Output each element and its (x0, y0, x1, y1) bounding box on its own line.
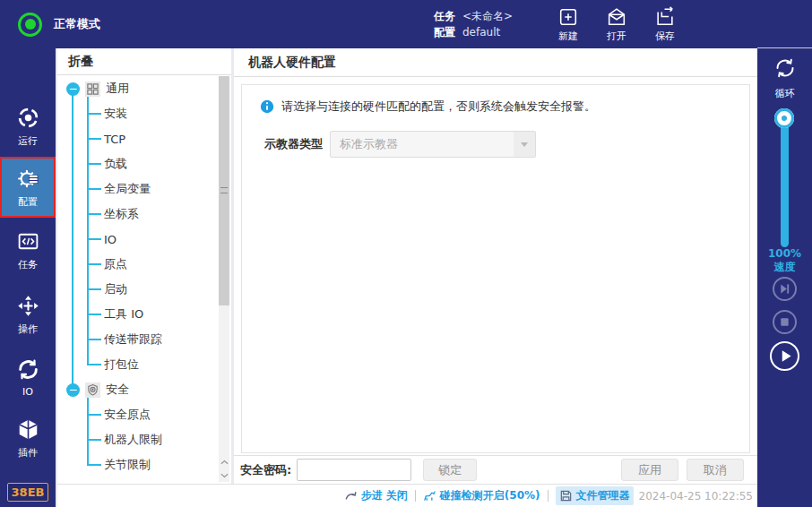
tree-item[interactable]: 传送带跟踪 (57, 327, 217, 352)
pendant-type-select[interactable]: 标准示教器 (330, 131, 536, 158)
sidebar-item-label: 操作 (18, 322, 38, 336)
sidebar-item-plugin[interactable]: 插件 (0, 412, 56, 464)
sidebar-item-label: 插件 (18, 446, 38, 460)
tree-item[interactable]: 坐标系 (57, 202, 217, 227)
save-icon (654, 6, 676, 28)
stop-icon (779, 316, 790, 328)
topbar-action-label: 新建 (558, 30, 578, 43)
scrollbar-thumb[interactable] (219, 76, 229, 305)
pendant-type-value: 标准示教器 (340, 136, 398, 152)
tree-item[interactable]: 机器人限制 (57, 427, 217, 452)
task-value: <未命名> (462, 8, 513, 24)
sidebar-item-label: IO (22, 386, 33, 398)
lock-button[interactable]: 锁定 (423, 459, 477, 481)
collision-detect-label: 碰撞检测开启(50%) (440, 488, 540, 503)
mode-label: 正常模式 (54, 16, 100, 32)
grid-icon (85, 82, 100, 97)
loop-button[interactable]: 循环 (757, 56, 812, 100)
play-icon (779, 349, 792, 363)
collapse-toggle-icon[interactable] (66, 383, 80, 397)
tree-item[interactable]: 全局变量 (57, 176, 217, 202)
status-code-badge: 38EB (7, 483, 48, 502)
tree-item-label: 启动 (104, 281, 127, 297)
speed-slider-track[interactable] (781, 116, 789, 247)
scroll-down-button[interactable] (219, 468, 229, 482)
sidebar-item-label: 任务 (18, 258, 38, 271)
tree-item-label: TCP (104, 133, 125, 146)
tree-item-label: 打包位 (104, 357, 139, 373)
task-config-info: 任务 <未命名> 配置 default (434, 8, 513, 40)
file-manager-icon (559, 489, 573, 503)
tree-item-label: 原点 (104, 256, 127, 272)
pendant-type-field: 示教器类型 标准示教器 (264, 131, 536, 158)
mode-indicator: 正常模式 (18, 0, 100, 48)
tree-item[interactable]: 安全原点 (57, 402, 217, 427)
topbar-action-save[interactable]: 保存 (654, 6, 676, 43)
main-footer: 安全密码: 锁定 应用 取消 (234, 455, 757, 484)
tree-group-1[interactable]: 安全 (57, 377, 217, 402)
file-manager-label: 文件管理器 (576, 488, 630, 503)
collapse-all-button[interactable]: 折叠 (57, 48, 231, 75)
file-manager-button[interactable]: 文件管理器 (556, 486, 634, 505)
config-value: default (462, 24, 500, 40)
tree-rows: 通用安装TCP负载全局变量坐标系IO原点启动工具 IO传送带跟踪打包位安全安全原… (57, 76, 217, 484)
tree-item[interactable]: TCP (57, 126, 217, 151)
collapse-toggle-icon[interactable] (66, 82, 80, 96)
plugin-icon (16, 417, 40, 442)
sidebar-item-operate[interactable]: 操作 (0, 288, 56, 340)
speed-readout: 100% 速度 (757, 247, 812, 274)
collision-icon (423, 489, 436, 503)
stop-button[interactable] (773, 310, 797, 334)
config-tree-panel: 折叠 通用安装TCP负载全局变量坐标系IO原点启动工具 IO传送带跟踪打包位安全… (57, 48, 231, 484)
tree-item[interactable]: 启动 (57, 277, 217, 302)
sidebar-item-io[interactable]: IO (0, 351, 56, 403)
loop-icon (773, 56, 798, 84)
run-icon (16, 106, 40, 130)
topbar-action-open[interactable]: 打开 (606, 6, 627, 43)
step-mode-label: 步进 关闭 (361, 488, 408, 503)
tree-item[interactable]: 原点 (57, 252, 217, 277)
tree-item-label: 全局变量 (104, 181, 151, 197)
shield-icon (85, 382, 100, 398)
separator (548, 490, 549, 502)
pendant-type-label: 示教器类型 (264, 136, 330, 152)
step-forward-button[interactable] (773, 277, 797, 301)
tree-item-label: 负载 (104, 156, 127, 172)
tree-group-label: 安全 (106, 382, 129, 398)
password-input[interactable] (297, 459, 411, 481)
right-control-panel: 循环 100% 速度 (757, 0, 812, 507)
tree-scrollbar[interactable] (219, 76, 229, 482)
tree-item-label: IO (104, 233, 117, 246)
page-title: 机器人硬件配置 (234, 48, 757, 77)
step-forward-icon (779, 283, 790, 295)
topbar: 正常模式 任务 <未命名> 配置 default 新建打开保存 (0, 0, 812, 48)
open-icon (606, 6, 627, 28)
apply-button[interactable]: 应用 (621, 459, 678, 481)
scroll-up-button[interactable] (219, 455, 229, 468)
tree-connector-line (87, 96, 89, 365)
left-nav-sidebar: 运行配置任务操作IO插件 38EB (0, 48, 56, 507)
cancel-button[interactable]: 取消 (687, 459, 744, 481)
step-mode-status[interactable]: 步进 关闭 (344, 488, 408, 503)
tree-item[interactable]: 安装 (57, 101, 217, 126)
speed-value: 100% (757, 247, 812, 261)
play-button[interactable] (770, 341, 799, 371)
topbar-action-label: 保存 (655, 30, 675, 43)
sidebar-item-run[interactable]: 运行 (0, 100, 56, 152)
tree-item[interactable]: 负载 (57, 151, 217, 176)
task-icon (16, 229, 40, 254)
tree-item[interactable]: IO (57, 227, 217, 252)
sidebar-item-config[interactable]: 配置 (0, 157, 56, 218)
collision-detect-status[interactable]: 碰撞检测开启(50%) (423, 488, 540, 503)
separator (415, 490, 416, 502)
hardware-config-form: 请选择与连接的硬件匹配的配置，否则系统会触发安全报警。 示教器类型 标准示教器 (241, 84, 750, 453)
tree-item-label: 工具 IO (104, 306, 143, 322)
tree-item[interactable]: 工具 IO (57, 302, 217, 327)
tree-item[interactable]: 打包位 (57, 352, 217, 377)
tree-group-0[interactable]: 通用 (57, 76, 217, 101)
task-label: 任务 (434, 8, 455, 24)
topbar-action-new[interactable]: 新建 (557, 6, 579, 43)
tree-item[interactable]: 关节限制 (57, 452, 217, 477)
speed-slider-handle[interactable] (774, 108, 794, 128)
sidebar-item-task[interactable]: 任务 (0, 224, 56, 276)
